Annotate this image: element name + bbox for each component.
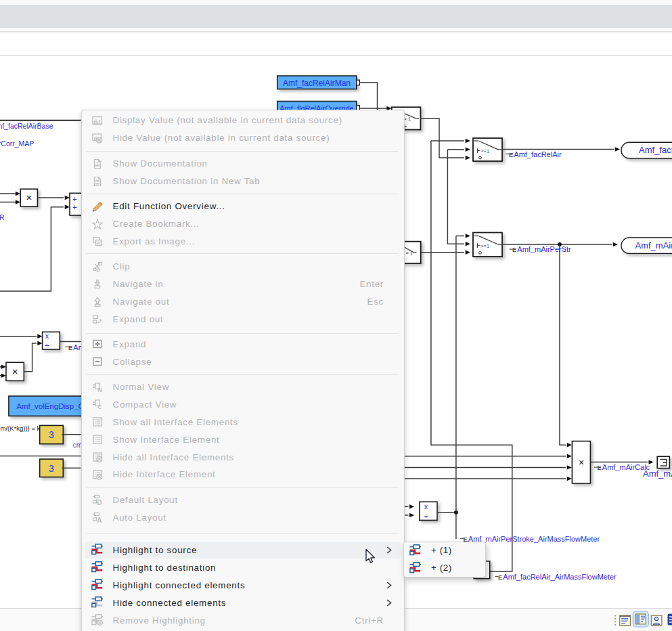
svg-text:1: 1 — [410, 251, 413, 257]
svg-text:÷: ÷ — [424, 512, 428, 520]
svg-text:x: x — [45, 332, 49, 340]
svg-text:x: x — [424, 503, 428, 510]
svg-text:m/(K*kg))) = k: m/(K*kg))) = k — [1, 425, 41, 432]
svg-text:Amf_facRelAirBase: Amf_facRelAirBase — [0, 122, 53, 130]
svg-text:E: E — [498, 573, 502, 581]
svg-text:=: = — [406, 250, 409, 256]
svg-text:N: N — [97, 387, 102, 393]
svg-text:+: + — [72, 203, 76, 211]
svg-text:Amf_facRelAir: Amf_facRelAir — [514, 150, 562, 158]
svg-text:AirCorr_MAP: AirCorr_MAP — [0, 139, 34, 148]
svg-text:D: D — [97, 499, 102, 506]
svg-text:Amf_volEngDisp_C: Amf_volEngDisp_C — [16, 402, 84, 410]
svg-text:×: × — [12, 366, 18, 377]
svg-text:>=: >= — [481, 148, 487, 153]
svg-text:3: 3 — [49, 463, 54, 474]
svg-text:Amf_mAirPerStroke_AirMassFlowM: Amf_mAirPerStroke_AirMassFlowMeter — [468, 535, 600, 543]
svg-text:×: × — [26, 192, 32, 203]
svg-text:Amf_mAirPerStr: Amf_mAirPerStr — [517, 245, 571, 253]
svg-text:A: A — [97, 517, 102, 524]
svg-text:Amf_facRelAirMan: Amf_facRelAirMan — [283, 79, 351, 88]
svg-text:C: C — [97, 404, 102, 410]
svg-text:E: E — [512, 246, 516, 253]
svg-text:3: 3 — [49, 429, 54, 440]
svg-text:E: E — [68, 344, 72, 351]
svg-text:1: 1 — [408, 116, 411, 122]
svg-text:+: + — [72, 195, 76, 203]
svg-text:Amf_mAirP: Amf_mAirP — [635, 240, 672, 251]
svg-text:1: 1 — [487, 148, 489, 154]
svg-text:UR: UR — [0, 213, 5, 221]
svg-text:÷: ÷ — [45, 341, 49, 349]
svg-text:E: E — [509, 151, 513, 158]
svg-text:>=: >= — [481, 244, 487, 248]
svg-text:Amf_facRel: Amf_facRel — [639, 145, 672, 155]
svg-text:×: × — [579, 457, 584, 468]
svg-text:Amf_facRelAir_AirMassFlowMeter: Amf_facRelAir_AirMassFlowMeter — [503, 573, 617, 581]
svg-text:1: 1 — [487, 243, 489, 249]
svg-text:Amf_mA: Amf_mA — [643, 469, 672, 479]
svg-text:E: E — [598, 464, 602, 471]
